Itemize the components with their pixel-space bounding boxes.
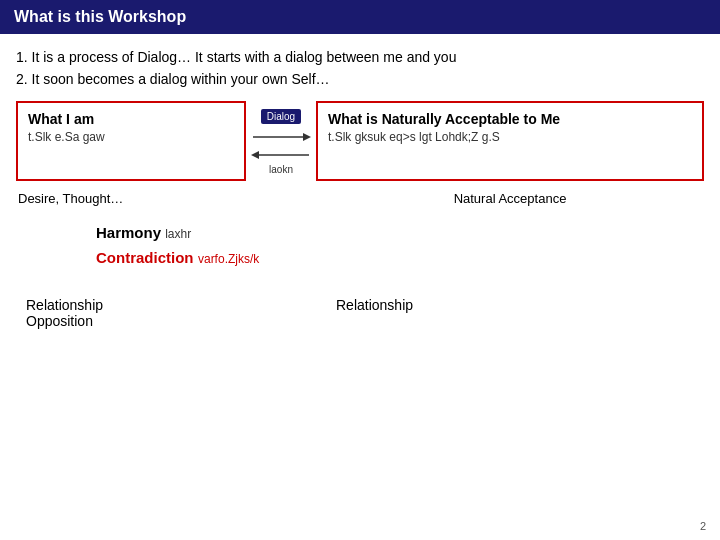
intro-line2: 2. It soon becomes a dialog within your … [16,68,704,90]
left-box-title: What I am [28,111,234,127]
harmony-label: Harmony [96,224,161,241]
svg-marker-1 [303,133,311,141]
rel-right: Relationship [336,297,704,329]
right-box-subtitle: t.Slk gksuk eq>s lgt Lohdk;Z g.S [328,130,692,144]
left-box: What I am t.Slk e.Sa gaw [16,101,246,181]
arrow-svg-left [251,146,311,164]
contradiction-sub: varfo.Zjks/k [198,252,259,266]
page-header: What is this Workshop [0,0,720,34]
dialog-label: Dialog [261,109,301,124]
right-box: What is Naturally Acceptable to Me t.Slk… [316,101,704,181]
arrow-svg [251,128,311,146]
contradiction-label: Contradiction [96,249,194,266]
harmony-sub: laxhr [165,227,191,241]
intro-line1: 1. It is a process of Dialog… It starts … [16,46,704,68]
page-number: 2 [700,520,706,532]
dialog-boxes: What I am t.Slk e.Sa gaw Dialog laokn Wh… [16,101,704,181]
relationship-row: Relationship Opposition Relationship [16,297,704,329]
header-title: What is this Workshop [14,8,186,25]
rel-right-line1: Relationship [336,297,704,313]
rel-left: Relationship Opposition [26,297,336,329]
harmony-row: Harmony laxhr [16,224,704,241]
right-footer-label: Natural Acceptance [316,191,704,206]
intro-block: 1. It is a process of Dialog… It starts … [16,46,704,91]
svg-marker-3 [251,151,259,159]
rel-left-line1: Relationship [26,297,336,313]
right-box-title: What is Naturally Acceptable to Me [328,111,692,127]
contradiction-row: Contradiction varfo.Zjks/k [16,249,704,267]
left-footer-label: Desire, Thought… [16,191,246,206]
footer-labels: Desire, Thought… Natural Acceptance [16,191,704,206]
laokn-label: laokn [269,164,293,175]
rel-left-line2: Opposition [26,313,336,329]
left-box-subtitle: t.Slk e.Sa gaw [28,130,234,144]
dialog-arrow: Dialog laokn [246,101,316,181]
main-content: 1. It is a process of Dialog… It starts … [0,34,720,341]
